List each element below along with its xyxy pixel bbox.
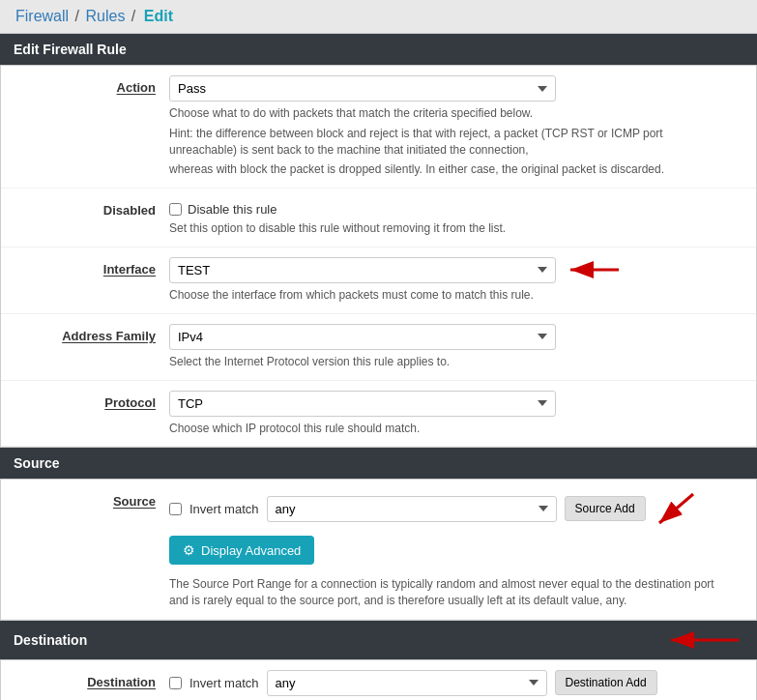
address-family-row: Address Family IPv4 IPv6 IPv4+IPv6 Selec… bbox=[1, 314, 756, 381]
breadcrumb-firewall[interactable]: Firewall bbox=[15, 8, 69, 24]
protocol-row: Protocol TCP UDP TCP/UDP ICMP any Choose… bbox=[1, 381, 756, 448]
destination-form-panel: Destination Invert match any Single host… bbox=[0, 659, 757, 700]
action-label-link[interactable]: Action bbox=[117, 80, 156, 95]
breadcrumb-rules[interactable]: Rules bbox=[85, 8, 125, 24]
action-content: Pass Block Reject Choose what to do with… bbox=[169, 75, 742, 178]
destination-section-header: Destination bbox=[0, 621, 757, 659]
svg-line-3 bbox=[659, 494, 693, 523]
source-input-row: Invert match any Single host or alias Ne… bbox=[169, 489, 742, 528]
protocol-help: Choose which IP protocol this rule shoul… bbox=[169, 421, 720, 437]
address-family-label: Address Family bbox=[15, 324, 169, 343]
action-label: Action bbox=[15, 75, 169, 95]
destination-label-link[interactable]: Destination bbox=[87, 675, 156, 689]
source-content: Invert match any Single host or alias Ne… bbox=[169, 489, 742, 609]
source-help: The Source Port Range for a connection i… bbox=[169, 576, 720, 609]
address-family-select[interactable]: IPv4 IPv6 IPv4+IPv6 bbox=[169, 324, 556, 350]
disabled-row: Disabled Disable this rule Set this opti… bbox=[1, 189, 756, 248]
disabled-content: Disable this rule Set this option to dis… bbox=[169, 198, 742, 237]
display-advanced-wrapper: ⚙ Display Advanced bbox=[169, 528, 742, 572]
source-section: Source Source Invert match any Single ho… bbox=[0, 448, 757, 621]
breadcrumb-sep1: / bbox=[75, 8, 79, 24]
disabled-help: Set this option to disable this rule wit… bbox=[169, 220, 720, 237]
protocol-label-link[interactable]: Protocol bbox=[104, 395, 156, 410]
destination-input-row: Invert match any Single host or alias Ne… bbox=[169, 670, 742, 696]
red-arrow-interface bbox=[566, 260, 624, 279]
source-dropdown[interactable]: any Single host or alias Network This fi… bbox=[267, 496, 557, 522]
source-row: Source Invert match any Single host or a… bbox=[1, 480, 756, 620]
source-label: Source bbox=[15, 489, 169, 509]
action-help1: Choose what to do with packets that matc… bbox=[169, 105, 720, 122]
breadcrumb-sep2: / bbox=[131, 8, 135, 24]
interface-label: Interface bbox=[15, 257, 169, 277]
destination-label: Destination bbox=[15, 670, 169, 689]
disabled-checkbox-row: Disable this rule bbox=[169, 198, 742, 217]
breadcrumb: Firewall / Rules / Edit bbox=[0, 0, 757, 34]
protocol-select[interactable]: TCP UDP TCP/UDP ICMP any bbox=[169, 391, 556, 417]
address-family-label-link[interactable]: Address Family bbox=[62, 329, 156, 343]
source-add-button[interactable]: Source Add bbox=[565, 496, 646, 521]
address-family-help: Select the Internet Protocol version thi… bbox=[169, 354, 720, 370]
address-family-content: IPv4 IPv6 IPv4+IPv6 Select the Internet … bbox=[169, 324, 742, 370]
destination-invert-checkbox[interactable] bbox=[169, 677, 182, 689]
source-label-link[interactable]: Source bbox=[113, 494, 156, 509]
destination-dropdown[interactable]: any Single host or alias Network This fi… bbox=[267, 670, 547, 696]
red-arrow-source bbox=[650, 489, 698, 528]
interface-content: TEST WAN LAN bbox=[169, 257, 742, 304]
source-invert-checkbox[interactable] bbox=[169, 503, 182, 515]
display-advanced-label: Display Advanced bbox=[201, 543, 301, 558]
edit-form-panel: Action Pass Block Reject Choose what to … bbox=[0, 65, 757, 448]
interface-row: Interface TEST WAN LAN bbox=[1, 248, 756, 314]
disabled-label: Disabled bbox=[15, 198, 169, 218]
destination-section: Destination Destination bbox=[0, 621, 757, 700]
interface-label-link[interactable]: Interface bbox=[103, 262, 156, 277]
red-arrow-destination bbox=[666, 628, 743, 652]
action-row: Action Pass Block Reject Choose what to … bbox=[1, 66, 756, 189]
source-form-panel: Source Invert match any Single host or a… bbox=[0, 479, 757, 621]
action-select[interactable]: Pass Block Reject bbox=[169, 75, 556, 102]
display-advanced-button[interactable]: ⚙ Display Advanced bbox=[169, 536, 314, 565]
protocol-label: Protocol bbox=[15, 391, 169, 410]
source-section-header: Source bbox=[0, 448, 757, 479]
action-help3: whereas with block the packet is dropped… bbox=[169, 161, 720, 178]
disabled-checkbox-label: Disable this rule bbox=[188, 202, 277, 217]
edit-section-header: Edit Firewall Rule bbox=[0, 34, 757, 65]
protocol-content: TCP UDP TCP/UDP ICMP any Choose which IP… bbox=[169, 391, 742, 437]
destination-add-button[interactable]: Destination Add bbox=[555, 670, 657, 695]
gear-icon: ⚙ bbox=[183, 542, 195, 558]
interface-help: Choose the interface from which packets … bbox=[169, 287, 720, 304]
action-help2: Hint: the difference between block and r… bbox=[169, 126, 720, 159]
interface-select[interactable]: TEST WAN LAN bbox=[169, 257, 556, 283]
disabled-checkbox[interactable] bbox=[169, 203, 182, 216]
destination-row: Destination Invert match any Single host… bbox=[1, 660, 756, 700]
breadcrumb-edit: Edit bbox=[144, 8, 173, 24]
edit-firewall-section: Edit Firewall Rule Action Pass Block Rej… bbox=[0, 34, 757, 448]
destination-content: Invert match any Single host or alias Ne… bbox=[169, 670, 742, 696]
source-invert-label: Invert match bbox=[189, 502, 259, 516]
destination-invert-label: Invert match bbox=[189, 676, 259, 690]
